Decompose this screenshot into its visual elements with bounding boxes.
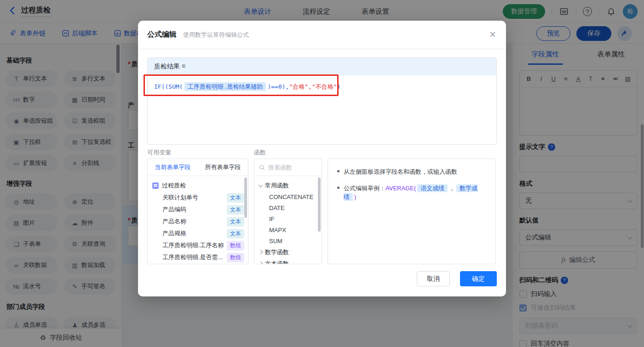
functions-section-label: 函数	[254, 148, 266, 157]
modal-title: 公式编辑	[147, 30, 177, 40]
variable-row[interactable]: 工序质检明细.工序名称数组	[152, 239, 244, 251]
function-item[interactable]: MAPX	[259, 224, 322, 235]
tab-all-form-fields[interactable]: 所有表单字段	[198, 159, 248, 176]
close-icon[interactable]: ×	[489, 29, 496, 40]
type-badge-text: 文本	[227, 217, 244, 227]
function-group-common[interactable]: 常用函数	[259, 180, 322, 191]
function-search-input[interactable]	[268, 164, 314, 171]
document-icon	[152, 182, 159, 189]
formula-field-chip[interactable]: 工序质检明细.质检结果辅助	[184, 82, 266, 91]
variables-panel: 当前表单字段 所有表单字段 过程质检 关联计划单号文本 产品编码文本 产品名称文…	[147, 159, 248, 264]
function-item[interactable]: SUM	[259, 235, 322, 246]
function-group-math[interactable]: 数学函数	[259, 246, 322, 258]
function-item[interactable]: IF	[259, 213, 322, 224]
help-tip-2: 公式编辑举例：AVERAGE(语文成绩，数学成绩)	[337, 184, 487, 202]
chevron-expanded-icon	[259, 182, 263, 187]
chevron-collapsed-icon	[259, 250, 263, 255]
example-field-chip: 语文成绩	[417, 184, 448, 192]
formula-code: )	[337, 83, 341, 90]
variables-tree-root[interactable]: 过程质检	[152, 180, 244, 192]
bullet-icon	[337, 187, 339, 189]
type-badge-array: 数组	[227, 241, 244, 250]
variable-row[interactable]: 产品编码文本	[152, 204, 244, 216]
formula-code: IF((SUM(	[154, 83, 183, 90]
functions-panel: 常用函数 CONCATENATE DATE IF MAPX SUM 数学函数 文…	[254, 159, 322, 264]
example-function-close: )	[354, 193, 356, 200]
variable-row[interactable]: 关联计划单号文本	[152, 192, 244, 204]
root-form-name: 过程质检	[162, 182, 186, 190]
variables-section-label: 可用变量	[147, 148, 171, 157]
type-badge-text: 文本	[227, 229, 244, 239]
variables-scrollbar[interactable]	[244, 177, 247, 218]
formula-target: 质检结果 =	[148, 58, 496, 75]
tab-current-form-fields[interactable]: 当前表单字段	[148, 159, 198, 176]
formula-editor-modal: 公式编辑 使用数学运算符编辑公式 × 质检结果 = IF((SUM(工序质检明细…	[138, 21, 506, 296]
formula-string: "合格","不合格"	[289, 83, 337, 90]
help-tip-1: 从左侧面板选择字段名和函数，或输入函数	[337, 167, 487, 176]
search-icon	[259, 165, 265, 171]
type-badge-text: 文本	[227, 193, 244, 203]
cancel-button[interactable]: 取消	[417, 271, 450, 286]
function-item[interactable]: CONCATENATE	[259, 191, 322, 202]
confirm-button[interactable]: 确定	[460, 271, 497, 286]
example-function: AVERAGE(	[385, 185, 416, 192]
formula-expression[interactable]: IF((SUM(工序质检明细.质检结果辅助)==0),"合格","不合格")	[148, 75, 496, 98]
bullet-icon	[337, 170, 339, 172]
type-badge-array: 数组	[227, 253, 244, 262]
function-search[interactable]	[254, 159, 322, 176]
function-group-text[interactable]: 文本函数	[259, 258, 322, 264]
variable-row[interactable]: 工序质检明细.是否需...数组	[152, 251, 244, 263]
chevron-collapsed-icon	[259, 262, 263, 264]
functions-scrollbar[interactable]	[318, 177, 321, 232]
modal-subtitle: 使用数学运算符编辑公式	[183, 31, 249, 39]
formula-code: )==0),	[267, 83, 289, 90]
formula-editor-area[interactable]: 质检结果 = IF((SUM(工序质检明细.质检结果辅助)==0),"合格","…	[147, 57, 497, 145]
variable-row[interactable]: 产品名称文本	[152, 216, 244, 228]
function-item[interactable]: DATE	[259, 202, 322, 213]
help-panel: 从左侧面板选择字段名和函数，或输入函数 公式编辑举例：AVERAGE(语文成绩，…	[328, 159, 496, 264]
type-badge-text: 文本	[227, 205, 244, 215]
variable-row[interactable]: 产品规格文本	[152, 228, 244, 239]
